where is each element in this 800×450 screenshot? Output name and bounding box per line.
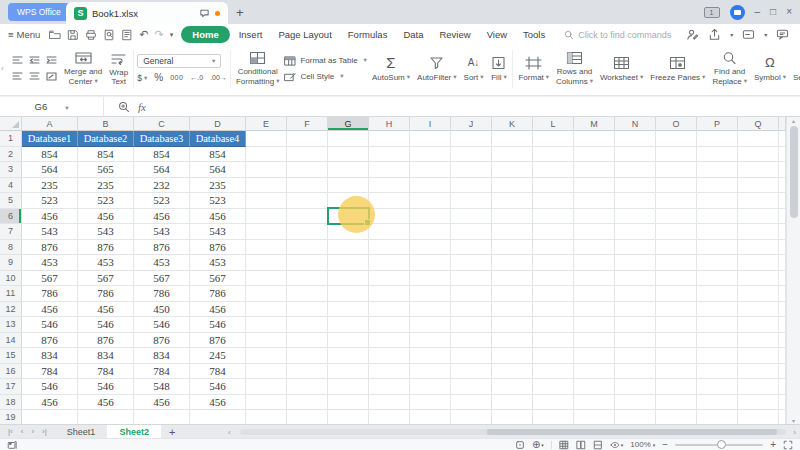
- cell-H16[interactable]: [369, 364, 410, 380]
- cell-E14[interactable]: [246, 333, 287, 349]
- zoom-slider-handle[interactable]: [717, 440, 726, 449]
- cell-E19[interactable]: [246, 410, 287, 424]
- cell-J12[interactable]: [451, 302, 492, 318]
- move-tool-icon[interactable]: ⊕: [532, 439, 540, 450]
- column-header-N[interactable]: N: [615, 117, 656, 131]
- cell-O12[interactable]: [656, 302, 697, 318]
- cell-L9[interactable]: [533, 255, 574, 271]
- cell-P16[interactable]: [697, 364, 738, 380]
- cell-P9[interactable]: [697, 255, 738, 271]
- cell-A6[interactable]: 456: [22, 209, 78, 225]
- cell-E11[interactable]: [246, 286, 287, 302]
- cell-K14[interactable]: [492, 333, 533, 349]
- column-header-A[interactable]: A: [22, 117, 78, 131]
- freeze-panes-button[interactable]: Freeze Panes: [648, 56, 707, 82]
- cell-Q14[interactable]: [738, 333, 779, 349]
- cell-I7[interactable]: [410, 224, 451, 240]
- cell-P12[interactable]: [697, 302, 738, 318]
- cell-J15[interactable]: [451, 348, 492, 364]
- decrease-decimal-icon[interactable]: .00→: [210, 74, 227, 81]
- print-icon[interactable]: [85, 29, 97, 41]
- cell-L11[interactable]: [533, 286, 574, 302]
- cell-O6[interactable]: [656, 209, 697, 225]
- cell-C10[interactable]: 567: [134, 271, 190, 287]
- merge-center-button[interactable]: Merge and Center: [62, 51, 104, 86]
- cell-G15[interactable]: [328, 348, 369, 364]
- cell-P19[interactable]: [697, 410, 738, 424]
- cell-M10[interactable]: [574, 271, 615, 287]
- tab-formulas[interactable]: Formulas: [341, 27, 395, 42]
- horizontal-scroll-thumb[interactable]: [487, 429, 777, 435]
- cell-B7[interactable]: 543: [78, 224, 134, 240]
- cell-K16[interactable]: [492, 364, 533, 380]
- cell-H3[interactable]: [369, 162, 410, 178]
- cell-F15[interactable]: [287, 348, 328, 364]
- cell-L17[interactable]: [533, 379, 574, 395]
- cell-B19[interactable]: [78, 410, 134, 424]
- currency-format-icon[interactable]: $: [137, 73, 147, 83]
- cell-F17[interactable]: [287, 379, 328, 395]
- cell-D5[interactable]: 523: [190, 193, 246, 209]
- tab-tools[interactable]: Tools: [516, 27, 552, 42]
- sort-button[interactable]: A↓ Sort: [462, 56, 486, 82]
- open-folder-icon[interactable]: [49, 29, 61, 41]
- rows-columns-button[interactable]: Rows and Columns: [554, 51, 595, 86]
- fullscreen-icon[interactable]: [783, 440, 793, 450]
- cell-P11[interactable]: [697, 286, 738, 302]
- column-header-F[interactable]: F: [287, 117, 328, 131]
- cell-B3[interactable]: 565: [78, 162, 134, 178]
- cell-H15[interactable]: [369, 348, 410, 364]
- cell-P1[interactable]: [697, 131, 738, 147]
- cell-Q5[interactable]: [738, 193, 779, 209]
- cell-N3[interactable]: [615, 162, 656, 178]
- cell-N10[interactable]: [615, 271, 656, 287]
- close-button[interactable]: ×: [786, 0, 792, 24]
- sheet-tab-sheet2[interactable]: Sheet2: [107, 425, 161, 438]
- hscroll-right-icon[interactable]: ›: [793, 428, 796, 437]
- cell-O9[interactable]: [656, 255, 697, 271]
- cell-F3[interactable]: [287, 162, 328, 178]
- cell-I3[interactable]: [410, 162, 451, 178]
- cell-L10[interactable]: [533, 271, 574, 287]
- fill-button[interactable]: Fill: [488, 56, 509, 82]
- vertical-scroll-thumb[interactable]: [790, 126, 798, 218]
- cell-C8[interactable]: 876: [134, 240, 190, 256]
- normal-view-icon[interactable]: [559, 440, 569, 450]
- add-sheet-button[interactable]: +: [169, 425, 175, 438]
- tab-insert[interactable]: Insert: [232, 27, 270, 42]
- cell-B15[interactable]: 834: [78, 348, 134, 364]
- cell-J2[interactable]: [451, 147, 492, 163]
- cell-M19[interactable]: [574, 410, 615, 424]
- cell-F2[interactable]: [287, 147, 328, 163]
- conditional-formatting-button[interactable]: Conditional Formatting: [234, 51, 282, 86]
- cell-P17[interactable]: [697, 379, 738, 395]
- cell-L13[interactable]: [533, 317, 574, 333]
- cell-H12[interactable]: [369, 302, 410, 318]
- name-box[interactable]: G6: [0, 97, 104, 116]
- cell-M12[interactable]: [574, 302, 615, 318]
- page-setup-icon[interactable]: [121, 29, 133, 41]
- cell-B11[interactable]: 786: [78, 286, 134, 302]
- page-break-view-icon[interactable]: [593, 440, 603, 450]
- number-format-select[interactable]: General: [137, 54, 221, 68]
- cell-C2[interactable]: 854: [134, 147, 190, 163]
- cell-E8[interactable]: [246, 240, 287, 256]
- cell-J6[interactable]: [451, 209, 492, 225]
- cell-B17[interactable]: 546: [78, 379, 134, 395]
- cell-O2[interactable]: [656, 147, 697, 163]
- increase-indent-icon[interactable]: [46, 56, 57, 65]
- cell-I4[interactable]: [410, 178, 451, 194]
- sheet-tab-sheet1[interactable]: Sheet1: [55, 425, 108, 438]
- cell-D11[interactable]: 786: [190, 286, 246, 302]
- cell-N15[interactable]: [615, 348, 656, 364]
- cell-A7[interactable]: 543: [22, 224, 78, 240]
- cell-K8[interactable]: [492, 240, 533, 256]
- cell-P7[interactable]: [697, 224, 738, 240]
- cell-L6[interactable]: [533, 209, 574, 225]
- cell-Q1[interactable]: [738, 131, 779, 147]
- cell-K15[interactable]: [492, 348, 533, 364]
- cell-I13[interactable]: [410, 317, 451, 333]
- cell-E18[interactable]: [246, 395, 287, 411]
- cell-P18[interactable]: [697, 395, 738, 411]
- cell-M15[interactable]: [574, 348, 615, 364]
